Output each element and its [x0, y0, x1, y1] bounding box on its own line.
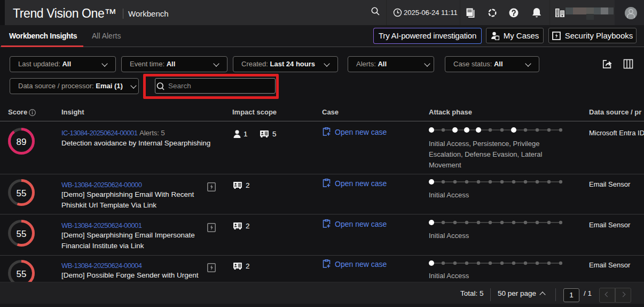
- svg-text:89: 89: [17, 137, 27, 147]
- svg-text:55: 55: [17, 188, 27, 198]
- svg-text:55: 55: [17, 229, 27, 239]
- svg-text:55: 55: [17, 269, 27, 279]
